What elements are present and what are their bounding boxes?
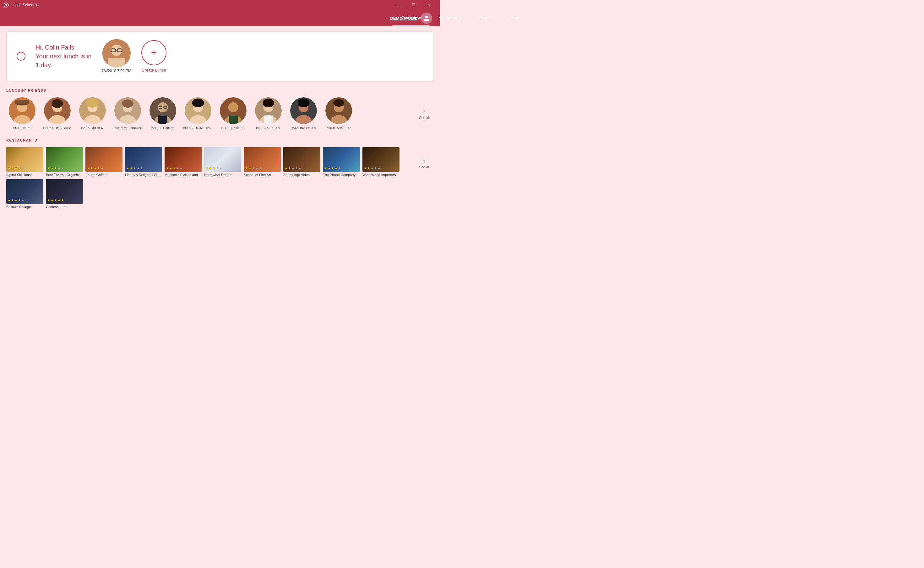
rickie-avatar-img <box>326 97 352 124</box>
restaurant-item-liberty[interactable]: ★ ★ ★ ★ ★ Liberty's Delightful Sinful <box>125 147 162 177</box>
friends-see-all-button[interactable]: › See all <box>415 107 433 119</box>
star1: ★ <box>8 166 11 171</box>
svg-point-18 <box>52 99 63 108</box>
restaurant-item-wide[interactable]: ★ ★ ★ ★ ★ Wide World Importers <box>362 147 400 177</box>
stars-northwind: ★ ★ ★ ★ ★ <box>205 166 223 171</box>
tab-my-lunches[interactable]: My lunches <box>430 10 440 26</box>
star-empty: ★ <box>21 166 24 171</box>
star2: ★ <box>51 166 54 171</box>
info-icon: i <box>17 52 26 60</box>
star-empty3: ★ <box>377 166 381 171</box>
restaurant-img-contoso: ★ ★ ★ ★ ★ <box>46 179 83 204</box>
svg-rect-6 <box>108 58 125 68</box>
star1: ★ <box>324 166 327 171</box>
friend-avatar-rickie <box>326 97 352 124</box>
restaurant-item-best[interactable]: ★ ★ ★ ★ ★ Best For You Organics <box>46 147 83 177</box>
star-empty1: ★ <box>291 166 295 171</box>
star-empty1: ★ <box>58 166 61 171</box>
restaurant-item-bellows[interactable]: ★ ★ ★ ★ ★ Bellows College <box>6 179 43 209</box>
greeting-text: Hi, Colin Falls!Your next lunch is in1 d… <box>35 43 91 69</box>
friend-item-dana[interactable]: DANA GOLDEN <box>77 97 108 130</box>
star3: ★ <box>212 166 215 171</box>
restaurants-section-header: RESTAURANTS <box>6 138 433 142</box>
catalina-avatar-img <box>290 97 317 124</box>
restaurant-name-wide: Wide World Importers <box>362 173 400 177</box>
restaurant-name-best: Best For You Organics <box>46 173 83 177</box>
create-lunch-button[interactable]: + Create Lunch <box>141 40 167 73</box>
star3: ★ <box>14 166 18 171</box>
friend-avatar-odessa <box>255 97 282 124</box>
friend-item-justin[interactable]: JUSTIN MCCORMICK <box>112 97 143 130</box>
friend-name-odessa: ODESSA BAILEY <box>256 127 280 130</box>
main-content: i Hi, Colin Falls!Your next lunch is in1… <box>0 26 440 214</box>
restaurants-grid: ★ ★ ★ ★ ★ Alpine Ski House ★ <box>6 147 414 209</box>
welcome-card: i Hi, Colin Falls!Your next lunch is in1… <box>6 32 433 81</box>
star-empty: ★ <box>338 166 341 171</box>
restaurant-item-contoso[interactable]: ★ ★ ★ ★ ★ Contoso, Ltd. <box>46 179 83 209</box>
restaurant-item-northwind[interactable]: ★ ★ ★ ★ ★ Northwind Traders <box>204 147 241 177</box>
star2: ★ <box>209 166 212 171</box>
friends-section: LUNCHIN' FRIENDS ERIC FIORE <box>6 89 433 130</box>
restaurant-name-fourth: Fourth Coffee <box>85 173 123 177</box>
restaurant-item-munson[interactable]: ★ ★ ★ ★ ★ Munson's Pickles and <box>165 147 201 177</box>
star2: ★ <box>248 166 251 171</box>
next-lunch-date: 7/4/2018 7:00 PM <box>101 69 131 73</box>
close-button[interactable]: ✕ <box>421 0 436 10</box>
star-empty: ★ <box>100 166 104 171</box>
stars-contoso: ★ ★ ★ ★ ★ <box>47 198 64 202</box>
restaurant-item-southridge[interactable]: ★ ★ ★ ★ ★ Southridge Video <box>283 147 320 177</box>
minimize-button[interactable]: — <box>391 0 406 10</box>
star-empty1: ★ <box>18 198 21 202</box>
restaurant-item-phone[interactable]: ★ ★ ★ ★ ★ The Phone Company <box>323 147 360 177</box>
svg-point-22 <box>86 98 98 108</box>
friend-avatar-elijah <box>220 97 247 124</box>
star1: ★ <box>166 166 169 171</box>
restaurant-item-school[interactable]: ★ ★ ★ ★ ★ School of Fine Art <box>244 147 281 177</box>
tab-overview[interactable]: Overview <box>392 10 430 26</box>
star-empty2: ★ <box>180 166 183 171</box>
friend-item-eric[interactable]: ERIC FIORE <box>6 97 38 130</box>
friend-item-elijah[interactable]: ELIJAH PHILIPS <box>217 97 249 130</box>
star4: ★ <box>335 166 338 171</box>
star-half: ★ <box>54 166 57 171</box>
friend-item-mario[interactable]: MARIO HADDAD <box>147 97 179 130</box>
friend-name-sara: SARA DOMINGUEZ <box>43 127 71 130</box>
star-half: ★ <box>18 166 21 171</box>
friend-item-sara[interactable]: SARA DOMINGUEZ <box>41 97 73 130</box>
star2: ★ <box>11 198 14 202</box>
star5: ★ <box>61 198 64 202</box>
nav-tabs: Overview My lunches People Places <box>392 10 440 26</box>
star2: ★ <box>367 166 370 171</box>
restaurants-row-2: ★ ★ ★ ★ ★ Bellows College ★ <box>6 179 414 209</box>
titlebar: Lunch Scheduler — ❐ ✕ <box>0 0 440 10</box>
star2: ★ <box>11 166 14 171</box>
friend-item-rickie[interactable]: RICKIE ARMENTA <box>323 97 354 130</box>
star-empty3: ★ <box>259 166 262 171</box>
friend-name-sheryl: SHERYL SANDOVAL <box>183 127 213 130</box>
restaurant-img-wide: ★ ★ ★ ★ ★ <box>362 147 400 172</box>
star3: ★ <box>173 166 176 171</box>
restaurant-img-munson: ★ ★ ★ ★ ★ <box>165 147 201 172</box>
dana-avatar-img <box>79 97 106 124</box>
stars-wide: ★ ★ ★ ★ ★ <box>364 166 381 171</box>
friend-name-mario: MARIO HADDAD <box>151 127 175 130</box>
friends-section-header: LUNCHIN' FRIENDS <box>6 89 433 92</box>
star2: ★ <box>327 166 331 171</box>
stars-school: ★ ★ ★ ★ ★ <box>245 166 262 171</box>
restaurant-item-alpine[interactable]: ★ ★ ★ ★ ★ Alpine Ski House <box>6 147 43 177</box>
restore-button[interactable]: ❐ <box>406 0 421 10</box>
star-empty3: ★ <box>298 166 301 171</box>
restaurant-item-fourth[interactable]: ★ ★ ★ ★ ★ Fourth Coffee <box>85 147 123 177</box>
star1: ★ <box>364 166 367 171</box>
restaurant-img-best: ★ ★ ★ ★ ★ <box>46 147 83 172</box>
restaurant-name-school: School of Fine Art <box>244 173 281 177</box>
friend-item-sheryl[interactable]: SHERYL SANDOVAL <box>182 97 214 130</box>
friend-item-odessa[interactable]: ODESSA BAILEY <box>253 97 284 130</box>
restaurant-img-phone: ★ ★ ★ ★ ★ <box>323 147 360 172</box>
restaurants-see-all-button[interactable]: › See all <box>415 147 433 169</box>
star-empty1: ★ <box>176 166 179 171</box>
svg-point-38 <box>228 102 238 112</box>
friend-item-catalina[interactable]: CATALINA ESTES <box>288 97 319 130</box>
svg-point-1 <box>6 5 7 6</box>
star3: ★ <box>331 166 334 171</box>
